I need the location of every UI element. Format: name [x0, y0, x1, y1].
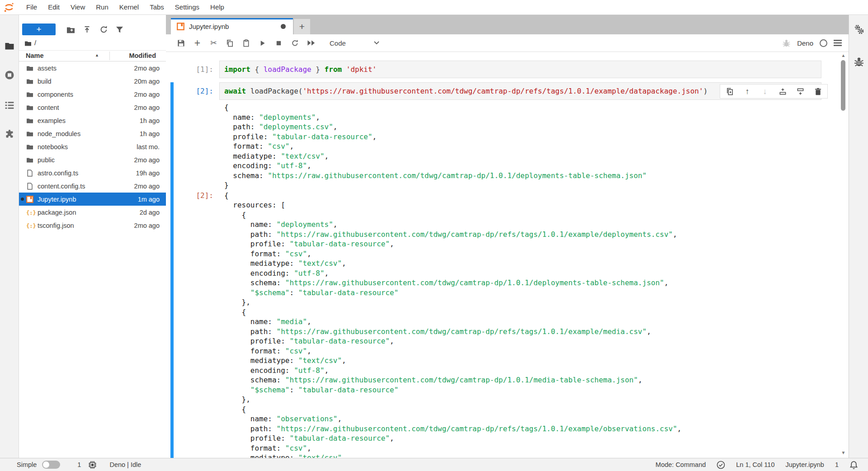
save-icon[interactable] — [177, 39, 185, 47]
notebook-scrollbar[interactable]: ▲ ▼ — [840, 53, 847, 455]
file-name: astro.config.ts — [38, 170, 136, 177]
run-cell-icon[interactable] — [258, 39, 267, 47]
scroll-down-arrow[interactable]: ▼ — [840, 450, 847, 455]
kernel-menu-hamburger-icon[interactable] — [834, 40, 842, 46]
menu-file[interactable]: File — [21, 0, 42, 14]
debugger-panel-bug-icon[interactable] — [854, 57, 864, 67]
file-row-content[interactable]: content2mo ago — [19, 101, 166, 114]
active-cell-indicator-bar[interactable] — [170, 82, 174, 458]
file-modified: 2mo ago — [134, 91, 166, 98]
column-modified[interactable]: Modified — [129, 52, 156, 59]
file-row-tsconfig.json[interactable]: {:}tsconfig.json2mo ago — [19, 219, 166, 232]
code-input-1[interactable]: import { loadPackage } from 'dpkit' — [219, 61, 821, 78]
unsaved-changes-dot[interactable] — [281, 24, 286, 29]
menu-items: FileEditViewRunKernelTabsSettingsHelp — [21, 0, 230, 14]
status-bar: Simple 1 Deno | Idle Mode: Command Ln 1,… — [0, 458, 868, 471]
refresh-icon[interactable] — [99, 25, 108, 34]
insert-cell-below-icon[interactable] — [796, 87, 804, 95]
sort-ascending-icon[interactable]: ▲ — [95, 53, 99, 57]
breadcrumb[interactable]: / — [19, 38, 166, 50]
scroll-up-arrow[interactable]: ▲ — [840, 53, 847, 58]
restart-kernel-icon[interactable] — [291, 39, 299, 47]
code-cell-1[interactable]: [1]: import { loadPackage } from 'dpkit' — [166, 61, 849, 78]
copy-cells-icon[interactable] — [226, 39, 234, 47]
notification-count[interactable]: 1 — [835, 461, 839, 468]
result-output: { resources: [ { name: "deployments", pa… — [219, 191, 681, 458]
file-row-public[interactable]: public2mo ago — [19, 153, 166, 166]
upload-icon[interactable] — [83, 25, 91, 34]
mode-indicator[interactable]: Mode: Command — [656, 461, 706, 468]
left-sidebar-strip — [0, 15, 19, 458]
kernel-name[interactable]: Deno — [797, 39, 813, 47]
extension-manager-tab-icon[interactable] — [5, 130, 14, 140]
new-tab-button[interactable]: + — [294, 19, 310, 34]
menu-view[interactable]: View — [65, 0, 90, 14]
cell-type-dropdown[interactable]: Code — [330, 39, 379, 47]
file-name: assets — [38, 65, 134, 72]
delete-cell-icon[interactable] — [814, 87, 822, 95]
menu-kernel[interactable]: Kernel — [114, 0, 144, 14]
trusted-shield-check-icon[interactable] — [717, 461, 725, 469]
restart-run-all-icon[interactable] — [307, 39, 316, 47]
file-row-components[interactable]: components2mo ago — [19, 88, 166, 101]
new-launcher-button[interactable]: + — [22, 24, 56, 35]
jupyter-logo-icon — [4, 2, 14, 13]
new-folder-icon[interactable] — [66, 25, 75, 34]
file-row-content.config.ts[interactable]: content.config.ts2mo ago — [19, 179, 166, 193]
kernel-status-text[interactable]: Deno | Idle — [109, 461, 141, 468]
status-filename[interactable]: Jupyter.ipynb — [785, 461, 824, 468]
file-modified: 2mo ago — [134, 104, 166, 111]
file-modified: 1h ago — [140, 117, 166, 124]
menu-tabs[interactable]: Tabs — [144, 0, 170, 14]
menu-help[interactable]: Help — [205, 0, 230, 14]
file-row-node_modules[interactable]: node_modules1h ago — [19, 127, 166, 140]
file-name: content — [38, 104, 134, 111]
home-folder-icon[interactable] — [24, 40, 32, 47]
file-dirty-dot — [21, 198, 24, 201]
file-browser-toolbar: + — [19, 15, 166, 38]
menu-bar: FileEditViewRunKernelTabsSettingsHelp — [0, 0, 868, 15]
scrollbar-thumb[interactable] — [841, 60, 845, 111]
simple-mode-toggle[interactable] — [42, 461, 60, 469]
kernel-chip-icon[interactable] — [88, 461, 97, 469]
filter-icon[interactable] — [115, 25, 124, 34]
file-row-Jupyter.ipynb[interactable]: Jupyter.ipynb1m ago — [19, 193, 166, 206]
interrupt-kernel-icon[interactable] — [274, 39, 283, 47]
menu-settings[interactable]: Settings — [170, 0, 205, 14]
file-name: examples — [38, 117, 140, 124]
insert-cell-icon[interactable]: + — [193, 39, 202, 47]
debugger-bug-icon[interactable] — [782, 39, 791, 47]
property-inspector-gears-icon[interactable] — [854, 24, 864, 35]
menu-run[interactable]: Run — [90, 0, 114, 14]
tab-bar: Jupyter.ipynb + — [166, 15, 849, 34]
bell-icon[interactable] — [849, 461, 858, 469]
kernel-status-idle-icon[interactable] — [820, 39, 827, 47]
kernel-count[interactable]: 1 — [77, 461, 81, 468]
breadcrumb-root[interactable]: / — [34, 39, 36, 47]
menu-edit[interactable]: Edit — [42, 0, 65, 14]
file-row-examples[interactable]: examples1h ago — [19, 114, 166, 127]
column-name[interactable]: Name — [26, 52, 44, 59]
file-row-assets[interactable]: assets2mo ago — [19, 61, 166, 75]
file-modified: 2mo ago — [134, 222, 166, 229]
paste-cells-icon[interactable] — [242, 39, 250, 47]
file-row-build[interactable]: build20m ago — [19, 75, 166, 88]
table-of-contents-tab-icon[interactable] — [5, 100, 14, 110]
folder-icon — [26, 91, 33, 98]
running-kernels-tab-icon[interactable] — [5, 70, 14, 80]
file-icon — [26, 183, 33, 190]
right-sidebar-strip — [849, 15, 868, 458]
execute-result: [2]: { resources: [ { name: "deployments… — [166, 191, 849, 458]
file-browser-tab-icon[interactable] — [5, 41, 14, 51]
tab-jupyter-ipynb[interactable]: Jupyter.ipynb — [171, 18, 293, 34]
file-name: Jupyter.ipynb — [38, 196, 138, 203]
file-row-astro.config.ts[interactable]: astro.config.ts19h ago — [19, 166, 166, 179]
move-cell-down-icon[interactable]: ↓ — [761, 87, 769, 95]
file-row-notebooks[interactable]: notebookslast mo. — [19, 140, 166, 153]
insert-cell-above-icon[interactable] — [778, 87, 787, 95]
cursor-position[interactable]: Ln 1, Col 110 — [736, 461, 774, 468]
cut-cells-icon[interactable]: ✂ — [209, 39, 218, 47]
duplicate-cell-icon[interactable] — [726, 87, 734, 95]
file-row-package.json[interactable]: {:}package.json2d ago — [19, 206, 166, 219]
move-cell-up-icon[interactable]: ↑ — [743, 87, 751, 95]
